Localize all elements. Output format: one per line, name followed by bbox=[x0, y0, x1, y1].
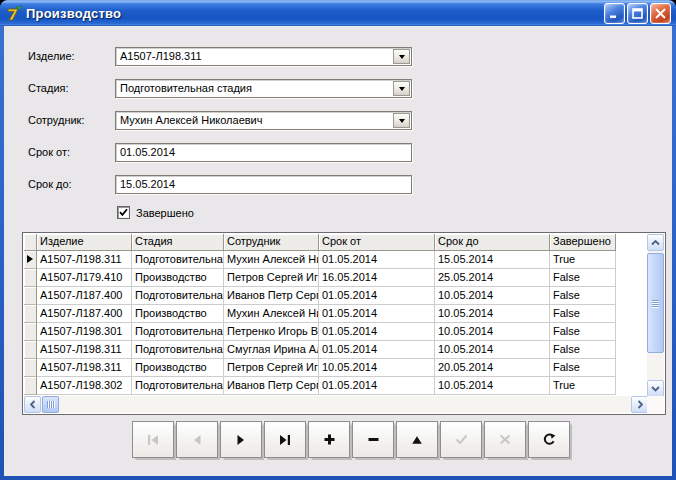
grid-cell[interactable]: True bbox=[550, 251, 616, 269]
grid-cell[interactable]: А1507-Л187.400 bbox=[37, 305, 132, 323]
chevron-down-icon bbox=[399, 55, 405, 62]
grid-cell[interactable]: 10.05.2014 bbox=[319, 359, 435, 377]
scroll-down-button[interactable] bbox=[647, 380, 664, 397]
grid-cell[interactable]: 01.05.2014 bbox=[319, 305, 435, 323]
date-to-field[interactable]: 15.05.2014 bbox=[115, 175, 412, 194]
grid-cell[interactable]: 25.05.2014 bbox=[435, 269, 550, 287]
grid-cell[interactable]: Подготовительная bbox=[132, 377, 224, 395]
grid-cell[interactable]: 16.05.2014 bbox=[319, 269, 435, 287]
grid-vertical-scrollbar[interactable] bbox=[647, 234, 664, 397]
next-record-button[interactable] bbox=[220, 421, 262, 458]
employee-dropdown-button[interactable] bbox=[393, 113, 410, 128]
table-row[interactable]: А1507-Л198.302ПодготовительнаяИванов Пет… bbox=[24, 377, 648, 395]
maximize-button[interactable] bbox=[627, 3, 648, 24]
grid-cell[interactable]: 10.05.2014 bbox=[435, 287, 550, 305]
table-row[interactable]: А1507-Л187.400ПодготовительнаяИванов Пет… bbox=[24, 287, 648, 305]
grid-cell[interactable]: 10.05.2014 bbox=[435, 341, 550, 359]
grid-cell[interactable]: 15.05.2014 bbox=[435, 251, 550, 269]
grid-cell[interactable]: False bbox=[550, 359, 616, 377]
grid-cell[interactable]: 01.05.2014 bbox=[319, 251, 435, 269]
scroll-right-button[interactable] bbox=[631, 396, 648, 413]
chevron-down-icon bbox=[399, 119, 405, 126]
table-row[interactable]: А1507-Л198.311ПроизводствоПетров Сергей … bbox=[24, 359, 648, 377]
grid-cell[interactable]: Производство bbox=[132, 269, 224, 287]
edit-record-button[interactable] bbox=[396, 421, 438, 458]
table-row[interactable]: А1507-Л198.311ПодготовительнаяСмуглая Ир… bbox=[24, 341, 648, 359]
product-dropdown-button[interactable] bbox=[393, 49, 410, 64]
column-header: Завершено bbox=[550, 234, 616, 251]
grid-cell[interactable]: 10.05.2014 bbox=[435, 305, 550, 323]
stage-combobox[interactable]: Подготовительная стадия bbox=[115, 79, 412, 98]
grid-cell[interactable]: 01.05.2014 bbox=[319, 323, 435, 341]
db-navigator bbox=[132, 421, 570, 458]
minimize-button[interactable] bbox=[604, 3, 625, 24]
grid-cell[interactable]: True bbox=[550, 377, 616, 395]
cancel-edit-button bbox=[484, 421, 526, 458]
grid-cell[interactable]: Иванов Петр Серг bbox=[224, 377, 319, 395]
grid-cell[interactable]: 10.05.2014 bbox=[435, 377, 550, 395]
production-grid: ИзделиеСтадияСотрудникСрок отСрок доЗаве… bbox=[22, 232, 666, 415]
grid-cell[interactable]: А1507-Л187.400 bbox=[37, 287, 132, 305]
date-from-field[interactable]: 01.05.2014 bbox=[115, 143, 412, 162]
grid-cell[interactable]: Петров Сергей Иг bbox=[224, 269, 319, 287]
table-row[interactable]: А1507-Л187.400ПроизводствоМухин Алексей … bbox=[24, 305, 648, 323]
titlebar[interactable]: Производство bbox=[0, 0, 676, 26]
grid-cell[interactable]: А1507-Л198.311 bbox=[37, 341, 132, 359]
grid-cell[interactable]: 10.05.2014 bbox=[435, 323, 550, 341]
grid-cell[interactable]: Производство bbox=[132, 359, 224, 377]
grid-horizontal-scrollbar[interactable] bbox=[24, 396, 648, 413]
insert-record-button[interactable] bbox=[308, 421, 350, 458]
table-row[interactable]: А1507-Л198.301ПодготовительнаяПетренко И… bbox=[24, 323, 648, 341]
stage-dropdown-button[interactable] bbox=[393, 81, 410, 96]
grid-cell[interactable]: False bbox=[550, 287, 616, 305]
grid-cell[interactable]: Смуглая Ирина Ал bbox=[224, 341, 319, 359]
date-from-label: Срок от: bbox=[28, 146, 70, 158]
grid-cell[interactable]: 01.05.2014 bbox=[319, 287, 435, 305]
grid-cell[interactable]: 01.05.2014 bbox=[319, 341, 435, 359]
scroll-left-button[interactable] bbox=[24, 396, 41, 413]
horizontal-scroll-thumb[interactable] bbox=[42, 396, 59, 413]
refresh-button[interactable] bbox=[528, 421, 570, 458]
scroll-up-button[interactable] bbox=[647, 234, 664, 251]
grid-cell[interactable]: Производство bbox=[132, 305, 224, 323]
current-row-arrow-icon bbox=[27, 255, 33, 263]
grid-cell[interactable]: Подготовительная bbox=[132, 251, 224, 269]
vertical-scroll-thumb[interactable] bbox=[647, 253, 664, 353]
grid-cell[interactable]: False bbox=[550, 269, 616, 287]
last-record-button[interactable] bbox=[264, 421, 306, 458]
form-client-area: Изделие: Стадия: Сотрудник: Срок от: Сро… bbox=[4, 26, 672, 476]
grid-cell[interactable]: А1507-Л198.301 bbox=[37, 323, 132, 341]
grid-cell[interactable]: 01.05.2014 bbox=[319, 377, 435, 395]
maximize-icon bbox=[632, 8, 643, 19]
column-header: Срок от bbox=[319, 234, 435, 251]
grid-cell[interactable]: А1507-Л198.302 bbox=[37, 377, 132, 395]
completed-checkbox[interactable] bbox=[117, 206, 130, 219]
grid-cell[interactable]: Петренко Игорь В bbox=[224, 323, 319, 341]
grid-cell[interactable]: Мухин Алексей Ни bbox=[224, 305, 319, 323]
production-window: Производство Изделие: Стадия: Сотрудник:… bbox=[0, 0, 676, 480]
table-row[interactable]: А1507-Л198.311ПодготовительнаяМухин Алек… bbox=[24, 251, 648, 269]
completed-checkbox-label[interactable]: Завершено bbox=[136, 207, 194, 219]
grid-cell[interactable]: А1507-Л198.311 bbox=[37, 251, 132, 269]
grid-cell[interactable]: Иванов Петр Серг bbox=[224, 287, 319, 305]
grid-cell[interactable]: Подготовительная bbox=[132, 341, 224, 359]
grid-cell[interactable]: Подготовительная bbox=[132, 287, 224, 305]
grid-cell[interactable]: Мухин Алексей Ни bbox=[224, 251, 319, 269]
grid-cell[interactable]: Петров Сергей Иг bbox=[224, 359, 319, 377]
grid-cell[interactable]: А1507-Л179.410 bbox=[37, 269, 132, 287]
grid-cell[interactable]: А1507-Л198.311 bbox=[37, 359, 132, 377]
grid-cell[interactable]: False bbox=[550, 341, 616, 359]
column-header: Сотрудник bbox=[224, 234, 319, 251]
grid-cell[interactable]: 20.05.2014 bbox=[435, 359, 550, 377]
grid-cell[interactable]: Подготовительная bbox=[132, 323, 224, 341]
employee-combobox[interactable]: Мухин Алексей Николаевич bbox=[115, 111, 412, 130]
date-to-label: Срок до: bbox=[28, 178, 72, 190]
close-button[interactable] bbox=[650, 3, 671, 24]
chevron-up-icon bbox=[651, 240, 660, 246]
table-row[interactable]: А1507-Л179.410ПроизводствоПетров Сергей … bbox=[24, 269, 648, 287]
product-combobox[interactable]: А1507-Л198.311 bbox=[115, 47, 412, 66]
delete-record-button[interactable] bbox=[352, 421, 394, 458]
grid-cell[interactable]: False bbox=[550, 305, 616, 323]
grid-cell[interactable]: False bbox=[550, 323, 616, 341]
employee-combobox-value: Мухин Алексей Николаевич bbox=[120, 114, 262, 126]
